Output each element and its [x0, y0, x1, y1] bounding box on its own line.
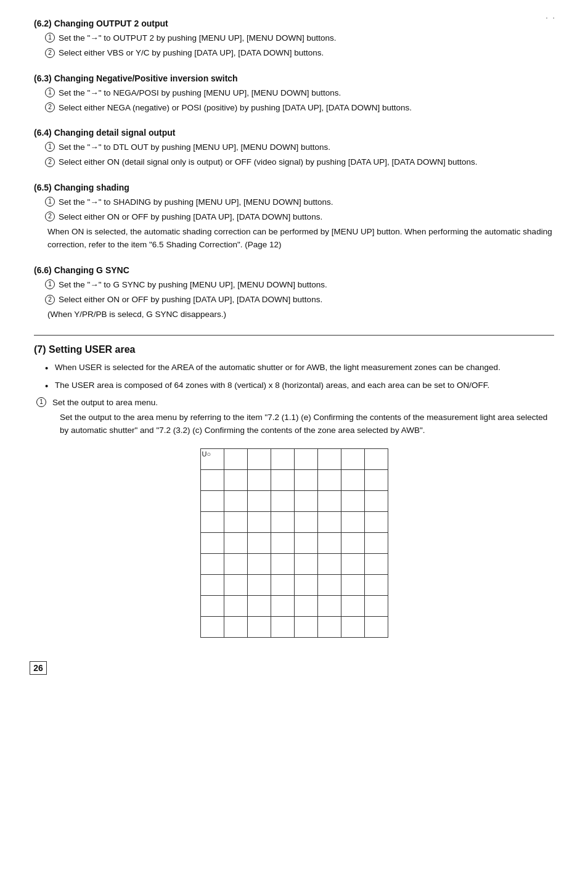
- section-separator: [34, 335, 554, 336]
- circle-2: 2: [45, 48, 55, 58]
- bullet-text: The USER area is composed of 64 zones wi…: [55, 379, 489, 392]
- grid-cell: [224, 617, 247, 638]
- grid-cell: [271, 470, 294, 491]
- grid-cell: [317, 491, 341, 512]
- grid-cell: [341, 449, 364, 470]
- step-text: Select either ON or OFF by pushing [DATA…: [59, 211, 554, 223]
- circle-1: 1: [36, 397, 46, 407]
- grid-cell: [294, 449, 317, 470]
- grid-cell: [224, 449, 247, 470]
- grid-cell: [341, 470, 364, 491]
- grid-cell: [294, 512, 317, 533]
- grid-cell: [224, 575, 247, 596]
- grid-cell: [200, 575, 224, 596]
- grid-cell: [247, 533, 271, 554]
- grid-cell: [271, 512, 294, 533]
- section-6-4-title: (6.4) Changing detail signal output: [34, 128, 554, 138]
- circle-1: 1: [45, 197, 55, 207]
- step-text: Set the "→" to SHADING by pushing [MENU …: [59, 196, 554, 208]
- step-num: 2: [45, 102, 59, 114]
- circle-1: 1: [45, 279, 55, 289]
- section-6-6-steps: 1 Set the "→" to G SYNC by pushing [MENU…: [45, 279, 554, 307]
- bullet-item: • The USER area is composed of 64 zones …: [45, 379, 554, 393]
- grid-cell: [364, 533, 388, 554]
- section-6-4-steps: 1 Set the "→" to DTL OUT by pushing [MEN…: [45, 141, 554, 169]
- grid-cell: [317, 617, 341, 638]
- bullet-dot: •: [45, 379, 55, 393]
- step-text: Set the "→" to G SYNC by pushing [MENU U…: [59, 279, 554, 291]
- step-num: 1: [45, 279, 59, 291]
- grid-cell: [247, 554, 271, 575]
- grid-cell: [364, 512, 388, 533]
- page: . . (6.2) Changing OUTPUT 2 output 1 Set…: [0, 0, 588, 688]
- section-6-2-title: (6.2) Changing OUTPUT 2 output: [34, 19, 554, 28]
- section-6-3-title: (6.3) Changing Negative/Positive inversi…: [34, 73, 554, 83]
- grid-cell: [364, 554, 388, 575]
- grid-cell: [271, 617, 294, 638]
- step-text: Set the "→" to OUTPUT 2 by pushing [MENU…: [59, 32, 554, 44]
- grid-cell: [341, 491, 364, 512]
- user-area-grid: U○: [200, 448, 388, 638]
- grid-cell: [200, 554, 224, 575]
- grid-cell: [341, 512, 364, 533]
- grid-cell: [317, 449, 341, 470]
- section-6-6-title: (6.6) Changing G SYNC: [34, 265, 554, 275]
- step-text: Select either ON (detail signal only is …: [59, 156, 554, 168]
- grid-cell: [364, 596, 388, 617]
- grid-cell: [247, 449, 271, 470]
- grid-cell: [271, 491, 294, 512]
- grid-cell: [294, 575, 317, 596]
- step-num: 1: [45, 141, 59, 154]
- grid-cell: [294, 554, 317, 575]
- grid-cell: [341, 596, 364, 617]
- step-item: 2 Select either ON or OFF by pushing [DA…: [45, 211, 554, 223]
- grid-cell: U○: [200, 449, 224, 470]
- grid-cell: [271, 596, 294, 617]
- grid-cell: [364, 575, 388, 596]
- grid-cell: [317, 554, 341, 575]
- grid-cell: [294, 617, 317, 638]
- step-num: 2: [45, 294, 59, 306]
- section-6-5-steps: 1 Set the "→" to SHADING by pushing [MEN…: [45, 196, 554, 224]
- page-number-area: 26: [30, 661, 48, 675]
- grid-cell: [224, 491, 247, 512]
- circle-2: 2: [45, 295, 55, 305]
- step-text: Select either ON or OFF by pushing [DATA…: [59, 294, 554, 306]
- step-item: 1 Set the "→" to DTL OUT by pushing [MEN…: [45, 141, 554, 154]
- step-num: 2: [45, 211, 59, 223]
- grid-cell: [247, 617, 271, 638]
- grid-cell: [317, 512, 341, 533]
- page-number-box: 26: [30, 661, 47, 675]
- grid-cell: [364, 470, 388, 491]
- step-num: 1: [45, 32, 59, 44]
- section-6-2: (6.2) Changing OUTPUT 2 output 1 Set the…: [34, 19, 554, 60]
- step-num: 1: [45, 196, 59, 208]
- grid-cell: [271, 449, 294, 470]
- grid-cell: [294, 491, 317, 512]
- circle-1: 1: [45, 88, 55, 97]
- step-item: 1 Set the "→" to G SYNC by pushing [MENU…: [45, 279, 554, 291]
- step-item: 2 Select either VBS or Y/C by pushing [D…: [45, 47, 554, 59]
- grid-cell: [224, 533, 247, 554]
- step1-label: Set the output to area menu.: [52, 398, 158, 407]
- grid-cell: [200, 596, 224, 617]
- grid-cell: [247, 491, 271, 512]
- grid-cell: [200, 491, 224, 512]
- grid-cell: [294, 470, 317, 491]
- step-item: 2 Select either NEGA (negative) or POSI …: [45, 102, 554, 114]
- grid-cell: [364, 491, 388, 512]
- step-num: 2: [45, 156, 59, 168]
- circle-2: 2: [45, 212, 55, 221]
- grid-cell: [271, 554, 294, 575]
- step-text: Set the "→" to DTL OUT by pushing [MENU …: [59, 141, 554, 154]
- grid-cell: [224, 470, 247, 491]
- user-area-grid-container: U○: [34, 448, 554, 638]
- section-7-bullets: • When USER is selected for the AREA of …: [45, 361, 554, 393]
- grid-cell: [317, 533, 341, 554]
- step-text: Select either VBS or Y/C by pushing [DAT…: [59, 47, 554, 59]
- grid-cell: [317, 575, 341, 596]
- step-num: 2: [45, 47, 59, 59]
- grid-cell: [364, 617, 388, 638]
- grid-cell: [341, 575, 364, 596]
- grid-cell: [317, 596, 341, 617]
